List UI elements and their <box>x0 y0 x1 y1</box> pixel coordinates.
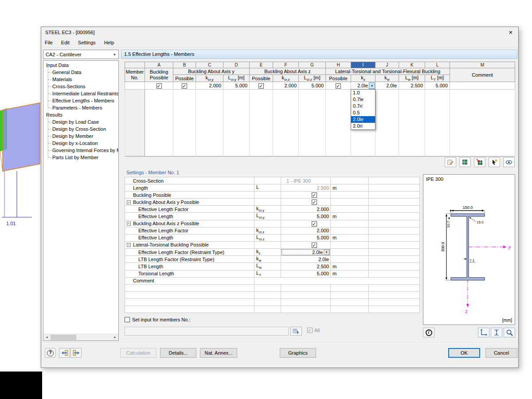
menu-help[interactable]: Help <box>101 39 118 47</box>
all-checkbox[interactable]: ✓ <box>307 328 313 333</box>
lt-cell[interactable]: 5.000 <box>425 82 450 90</box>
kw-value[interactable]: 2.0le <box>281 256 331 263</box>
kcrz-value[interactable]: 2.000 <box>281 227 331 234</box>
settings-row-kw: LTB Length Factor (Restraint Type) kw 2.… <box>125 256 420 263</box>
close-icon[interactable]: × <box>503 27 518 39</box>
view-button[interactable] <box>503 157 515 167</box>
cancel-button[interactable]: Cancel <box>485 348 517 358</box>
set-input-checkbox[interactable] <box>125 317 130 322</box>
tree-item-materials[interactable]: Materials <box>43 76 118 83</box>
column-letter-k[interactable]: K <box>399 62 425 68</box>
chevron-down-icon[interactable]: ▾ <box>369 82 375 89</box>
nat-annex-button[interactable]: Nat. Annex... <box>200 348 237 358</box>
tree-h-scrollbar[interactable]: ◄ ► <box>43 334 118 340</box>
ok-button[interactable]: OK <box>448 348 480 358</box>
tree-item-design-by-cross-section[interactable]: Design by Cross-Section <box>43 125 118 133</box>
section-dimensions-button[interactable] <box>491 328 502 337</box>
design-case-selector[interactable]: CA2 - Cantilever ▾ <box>43 50 119 59</box>
tree-item-effective-lengths-members[interactable]: Effective Lengths - Members <box>43 97 118 104</box>
tree-item-cross-sections[interactable]: Cross-Sections <box>43 83 118 90</box>
column-letter-d[interactable]: D <box>223 62 250 68</box>
column-letter-g[interactable]: G <box>299 62 326 68</box>
help-button[interactable]: ? <box>45 348 56 358</box>
column-letter-h[interactable]: H <box>326 62 351 68</box>
kz-settings-combobox[interactable]: 2.0le ▾ <box>281 248 331 255</box>
column-letter-c[interactable]: C <box>196 62 223 68</box>
export-excel-button[interactable] <box>459 157 471 167</box>
tree-item-design-by-member[interactable]: Design by Member <box>43 133 118 140</box>
dropdown-option-1[interactable]: 0.7le <box>351 96 375 103</box>
buckling-possible-checkbox-cell[interactable]: ✓ <box>145 82 173 90</box>
dropdown-option-0[interactable]: 1.0 <box>351 90 375 96</box>
tree-item-governing-internal-forces[interactable]: Governing Internal Forces by M <box>43 147 118 154</box>
possible-z-checkbox-cell[interactable]: ✓ <box>250 82 273 90</box>
tree-item-design-by-load-case[interactable]: Design by Load Case <box>43 118 118 125</box>
column-letter-e[interactable]: E <box>250 62 273 68</box>
next-window-button[interactable] <box>70 348 82 358</box>
lt-value[interactable]: 5.000 <box>281 270 331 277</box>
previous-window-button[interactable] <box>59 348 70 358</box>
dropdown-option-3[interactable]: 0.5 <box>351 110 375 116</box>
info-button[interactable]: i <box>423 328 434 337</box>
tree-item-general-data[interactable]: General Data <box>43 69 118 76</box>
lcrz-cell[interactable]: 5.000 <box>299 82 326 90</box>
axis-y-possible-checkbox[interactable]: ✓ <box>281 199 331 206</box>
menu-file[interactable]: File <box>41 39 56 47</box>
axis-z-possible-checkbox[interactable]: ✓ <box>281 220 331 227</box>
tree-item-input-data[interactable]: Input Data <box>43 62 118 69</box>
column-letter-j[interactable]: J <box>376 62 399 68</box>
buckling-possible-checkbox[interactable]: ✓ <box>281 192 331 199</box>
tree-item-intermediate-lateral-restraints[interactable]: Intermediate Lateral Restraints <box>43 90 118 97</box>
collapse-icon[interactable]: − <box>127 243 131 247</box>
lcry-value[interactable]: 5.000 <box>281 213 331 220</box>
member-row-header[interactable]: 1 <box>125 82 145 90</box>
column-letter-a[interactable]: A <box>145 62 173 68</box>
lcry-cell[interactable]: 5.000 <box>223 82 250 90</box>
scroll-left-icon[interactable]: ◄ <box>43 334 50 340</box>
column-letter-m[interactable]: M <box>450 62 515 68</box>
possible-ltb-checkbox-cell[interactable]: ✓ <box>326 82 351 90</box>
column-letter-f[interactable]: F <box>273 62 299 68</box>
column-letter-l[interactable]: L <box>425 62 450 68</box>
scrollbar-thumb[interactable] <box>51 335 76 340</box>
comment-input-cell[interactable] <box>254 277 420 284</box>
graphics-button[interactable]: Graphics <box>280 348 316 358</box>
menu-settings[interactable]: Settings <box>74 39 99 47</box>
section-axes-button[interactable] <box>478 328 489 337</box>
collapse-icon[interactable]: − <box>127 200 131 204</box>
scroll-right-icon[interactable]: ► <box>112 334 118 340</box>
column-letter-b[interactable]: B <box>173 62 196 68</box>
column-letter-i-selected[interactable]: I <box>351 62 376 68</box>
tree-item-parts-list-by-member[interactable]: Parts List by Member <box>43 154 118 161</box>
details-button[interactable]: Details... <box>160 348 196 358</box>
titlebar[interactable]: STEEL EC3 - [000956] × <box>41 27 518 39</box>
collapse-icon[interactable]: − <box>127 222 131 226</box>
ltb-possible-checkbox[interactable]: ✓ <box>281 241 331 248</box>
kw-cell[interactable]: 2.0le <box>376 82 399 90</box>
import-excel-button[interactable] <box>474 157 485 167</box>
section-zoom-button[interactable] <box>504 328 515 337</box>
chevron-down-icon[interactable]: ▾ <box>111 52 118 57</box>
tree-item-design-by-x-location[interactable]: Design by x-Location <box>43 140 118 147</box>
pick-members-button[interactable] <box>290 327 302 336</box>
dropdown-option-5[interactable]: 2.0ri <box>351 123 375 129</box>
lcrz-value[interactable]: 5.000 <box>281 234 331 241</box>
menu-edit[interactable]: Edit <box>58 39 73 47</box>
pick-row-button[interactable] <box>489 157 500 167</box>
tree-item-results[interactable]: Results <box>43 111 118 118</box>
lw-cell[interactable]: 2.500 <box>399 82 425 90</box>
kcrz-cell[interactable]: 2.000 <box>273 82 299 90</box>
possible-y-checkbox-cell[interactable]: ✓ <box>173 82 196 90</box>
edit-input-button[interactable] <box>445 157 456 167</box>
kz-combobox[interactable]: 2.0le ▾ <box>351 82 376 90</box>
members-input[interactable] <box>125 327 289 336</box>
dropdown-option-4-selected[interactable]: 2.0le <box>351 116 375 123</box>
tree-item-parameters-members[interactable]: Parameters - Members <box>43 104 118 111</box>
dropdown-option-2[interactable]: 0.7ri <box>351 103 375 110</box>
kcry-cell[interactable]: 2.000 <box>196 82 223 90</box>
chevron-down-icon[interactable]: ▾ <box>324 250 329 255</box>
kcry-value[interactable]: 2.000 <box>281 206 331 213</box>
lw-value[interactable]: 2.500 <box>281 263 331 270</box>
comment-cell[interactable] <box>450 82 515 90</box>
pick-table-icon <box>293 328 300 334</box>
